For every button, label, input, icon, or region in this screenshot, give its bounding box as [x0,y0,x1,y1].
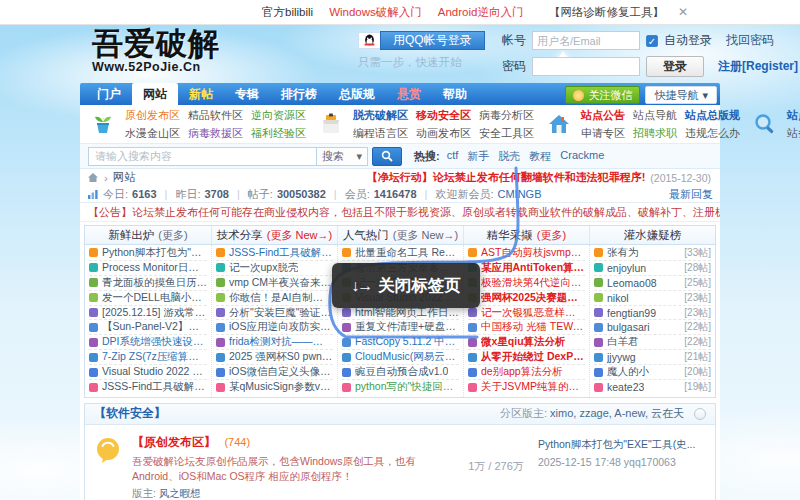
list-item[interactable]: [2025.12.15] 游戏常用运行库 [89,306,207,321]
hot-search-link[interactable]: 教程 [529,149,551,164]
more-link[interactable]: (更多 New→) [267,228,332,243]
member-link[interactable]: keate23 [607,381,644,393]
list-item[interactable]: keate23[19帖] [594,380,711,395]
list-item[interactable]: nikol[23帖] [594,291,711,306]
list-item[interactable]: 张有为[33帖] [594,246,711,261]
topbar-link-android-intro[interactable]: Android逆向入门 [438,5,524,20]
more-link[interactable]: (更多) [158,228,187,243]
site-logo[interactable]: 吾爱破解 Www.52PoJie.Cn [92,28,220,74]
section-title-link[interactable]: 【软件安全】 [94,405,166,422]
list-item[interactable]: 分析"安装巨魔"验证逆向 [216,306,333,321]
list-item[interactable]: 某应用AntiToken算法分析 [468,261,585,276]
nav-tab-rules[interactable]: 总版规 [328,83,386,105]
list-item[interactable]: Visual Studio 2022 专业版 社 [89,365,207,380]
subnav-link[interactable]: 申请专区 [581,126,625,141]
post-link[interactable]: 豌豆自动预合成v1.0 [355,365,448,379]
topbar-link-windows-intro[interactable]: Windows破解入门 [329,5,422,20]
auto-login-checkbox[interactable]: ✓ [646,35,658,47]
list-item[interactable]: 7-Zip ZS(7z压缩算法增强版)_ [89,350,207,365]
post-link[interactable]: 某应用AntiToken算法分析 [481,261,585,275]
post-link[interactable]: 某qMusicSign参数vmp逆向 [229,380,333,394]
post-link[interactable]: CloudMusic(网易云音乐)_v3. [355,350,459,364]
member-link[interactable]: nikol [607,292,629,304]
list-item[interactable]: JSSS-Find工具破解教程（一 [216,246,333,261]
list-item[interactable]: 发一个DELL电脑小主机用的 [89,291,207,306]
search-type-select[interactable]: 搜索▾ [316,147,368,166]
collapse-toggle[interactable] [694,408,706,420]
list-item[interactable]: 关于JSVMP纯算的一些取巧方 [468,380,585,395]
hot-search-link[interactable]: 脱壳 [498,149,520,164]
list-item[interactable]: 中国移动 光猫 TEWA-7560B [468,320,585,335]
list-item[interactable]: python写的"快捷回复"、'备 [342,380,459,395]
member-link[interactable]: bulgasari [607,321,650,333]
post-link[interactable]: AST自动剪枝jsvmp的简单实 [481,246,585,260]
post-link[interactable]: iOS应用逆向攻防实战-雅榕共 [229,320,333,334]
post-link[interactable]: JSSS-Find工具破解教程（一 [102,380,207,394]
breadcrumb-section[interactable]: 网站 [113,170,136,185]
announcement-bar[interactable]: 【公告】论坛禁止发布任何可能存在商业侵权内容，包括且不限于影视资源、原创或者转载… [80,203,720,222]
list-item[interactable]: JSSS-Find工具破解教程（一 [89,380,207,395]
list-item[interactable]: 微x星qiu算法分析 [468,335,585,350]
post-link[interactable]: 重复文件清理+硬盘文件分析 [355,320,459,334]
list-item[interactable]: bulgasari[22帖] [594,320,711,335]
nav-tab-bounty[interactable]: 悬赏 [386,83,432,105]
post-link[interactable]: 批量重命名工具 Renamer v1. [355,246,459,260]
post-link[interactable]: Python脚本打包为"EXE"工具 [102,246,207,260]
post-link[interactable]: [2025.12.15] 游戏常用运行库 [102,306,207,320]
post-link[interactable]: 你敢信！是AI自制！pyt [229,291,333,305]
list-item[interactable]: Process Monitor日志求助 [89,261,207,276]
newest-member-link[interactable]: CMINGB [498,188,542,200]
list-item[interactable]: 强网杯2025决赛题目复现 [468,291,585,306]
subnav-link[interactable]: 站点导航 [633,108,677,123]
post-link[interactable]: 极验滑块第4代逆向分析 [481,276,585,290]
member-link[interactable]: jjyywg [607,351,636,363]
hot-search-link[interactable]: 新手 [467,149,489,164]
post-link[interactable]: 关于JSVMP纯算的一些取巧方 [481,380,585,394]
search-button[interactable] [372,147,402,166]
subnav-link[interactable]: 站点总版规 [685,108,740,123]
post-link[interactable]: DPI系统增强快速设置工具v1. [102,335,207,349]
list-item[interactable]: 极验滑块第4代逆向分析 [468,276,585,291]
subnav-link[interactable]: 精品软件区 [188,108,243,123]
list-item[interactable]: 你敢信！是AI自制！pyt [216,291,333,306]
nav-tab-help[interactable]: 帮助 [432,83,478,105]
post-link[interactable]: 从零开始绕过 DexProtector [481,350,585,364]
post-link[interactable]: 强网杯2025决赛题目复现 [481,291,585,305]
post-link[interactable]: 发一个DELL电脑小主机用的 [102,291,207,305]
list-item[interactable]: AST自动剪枝jsvmp的简单实 [468,246,585,261]
register-link[interactable]: 注册[Register] [718,58,798,75]
post-link[interactable]: 记一次upx脱壳 [229,261,298,275]
campaign-notice[interactable]: 【净坛行动】论坛禁止发布任何翻墙软件和违法犯罪程序! [367,170,646,185]
hot-search-link[interactable]: ctf [447,149,459,164]
list-item[interactable]: 记一次银狐恶意样本Window [468,306,585,321]
post-link[interactable]: Visual Studio 2022 专业版 社 [102,365,207,379]
post-link[interactable]: 中国移动 光猫 TEWA-7560B [481,320,585,334]
more-link[interactable]: (更多 New→) [393,228,458,243]
post-link[interactable]: frida检测对抗————libmsa [229,335,333,349]
list-item[interactable]: de别app算法分析 [468,365,585,380]
subnav-link[interactable]: 移动安全区 [416,108,471,123]
post-link[interactable]: 【Sun-Panel-V2】个人NAS导 [102,320,207,334]
list-item[interactable]: 某qMusicSign参数vmp逆向 [216,380,333,395]
subnav-link[interactable]: 站点帮助 [787,108,800,123]
account-input[interactable] [532,31,640,50]
member-link[interactable]: 魔人的小 [607,365,649,379]
post-link[interactable]: FastCopy 5.11.2 中文绿色 [355,335,459,349]
member-link[interactable]: enjoylun [607,262,646,274]
post-link[interactable]: 分析"安装巨魔"验证逆向 [229,306,333,320]
member-link[interactable]: 张有为 [607,246,639,260]
list-item[interactable]: Leomao08[25帖] [594,276,711,291]
list-item[interactable]: jjyywg[21帖] [594,350,711,365]
subnav-link[interactable]: 逆向资源区 [251,108,306,123]
list-item[interactable]: vmp CM半夜兴奋来了?免 [216,276,333,291]
qq-login-button[interactable]: 用QQ帐号登录 [380,31,485,50]
find-password-link[interactable]: 找回密码 [726,32,774,49]
subnav-link[interactable]: 安全工具区 [479,126,534,141]
section-moderators[interactable]: ximo, zzage, A-new, 云在天 [550,407,684,419]
nav-tab-portal[interactable]: 门户 [86,83,132,105]
subnav-link[interactable]: 编程语言区 [353,126,408,141]
subnav-link[interactable]: 招聘求职 [633,126,677,141]
more-link[interactable]: (更多) [537,228,566,243]
close-icon[interactable]: ✕ [678,5,688,19]
nav-tab-albums[interactable]: 专辑 [224,83,270,105]
